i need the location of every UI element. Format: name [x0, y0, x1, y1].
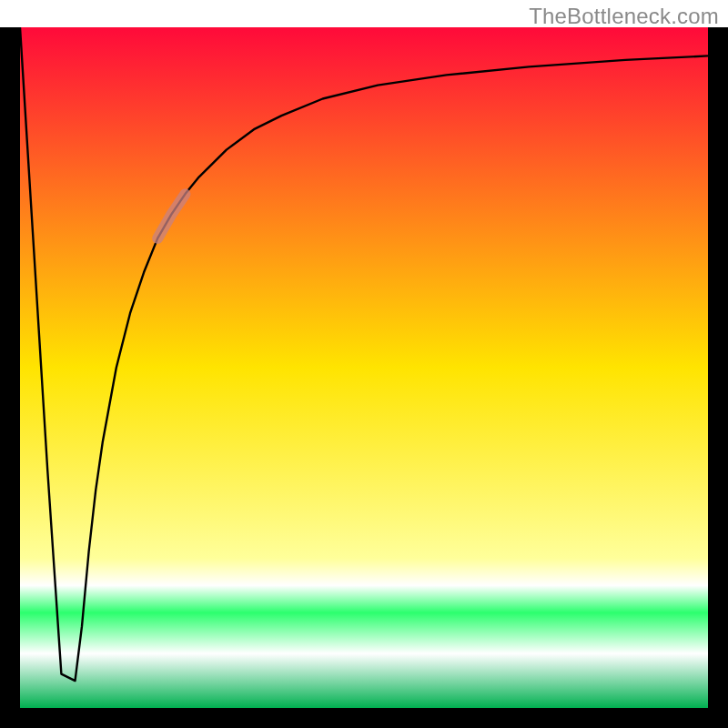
chart-container: { "attribution": "TheBottleneck.com", "c…: [0, 0, 728, 728]
attribution-text: TheBottleneck.com: [529, 4, 719, 29]
chart-background-gradient: [20, 27, 708, 708]
bottleneck-chart: [0, 27, 728, 728]
